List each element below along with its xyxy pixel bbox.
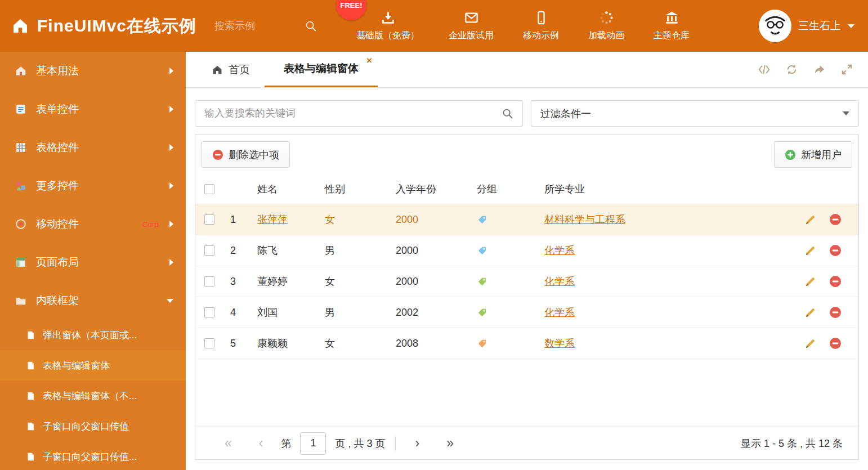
tab-label: 首页 — [229, 62, 250, 77]
app-title: FineUIMvc在线示例 — [37, 15, 196, 38]
sidebar-subitem-grid-editform-2[interactable]: 表格与编辑窗体（不... — [0, 381, 186, 411]
header-search-input[interactable] — [214, 20, 299, 32]
edit-icon[interactable] — [805, 214, 816, 225]
nav-label: 企业版试用 — [449, 30, 494, 42]
add-user-button[interactable]: 新增用户 — [774, 141, 852, 168]
table-empty-space — [195, 359, 858, 427]
nav-basic-free[interactable]: FREE! 基础版（免费） — [356, 10, 419, 42]
nav-theme-store[interactable]: 主题仓库 — [654, 10, 690, 42]
filter-dropdown-value: 过滤条件一 — [540, 107, 591, 120]
grid-search-box — [195, 100, 523, 127]
grid-search-input[interactable] — [204, 108, 502, 119]
sidebar-subitem-child-to-parent[interactable]: 子窗口向父窗口传值 — [0, 411, 186, 441]
edit-icon[interactable] — [805, 338, 816, 349]
avatar — [759, 10, 791, 42]
edit-icon[interactable] — [805, 276, 816, 287]
column-header-year: 入学年份 — [396, 182, 477, 196]
button-label: 新增用户 — [801, 148, 842, 162]
row-checkbox[interactable] — [204, 276, 214, 287]
sidebar-item-layout[interactable]: 页面布局 — [0, 243, 186, 281]
chevron-right-icon — [169, 68, 173, 74]
house-icon — [15, 65, 27, 77]
major-link[interactable]: 数学系 — [544, 338, 575, 349]
next-page-icon[interactable]: › — [401, 437, 433, 450]
page-number-input[interactable] — [300, 432, 326, 455]
grid-toolbar: 删除选中项 新增用户 — [195, 135, 858, 174]
row-name: 董婷婷 — [257, 276, 288, 287]
spinner-icon — [599, 10, 614, 25]
source-code-icon[interactable] — [758, 63, 771, 76]
sidebar-subitem-popup[interactable]: 弹出窗体（本页面或... — [0, 320, 186, 350]
sidebar-item-mobile[interactable]: 移动控件 Corp. — [0, 205, 186, 243]
delete-icon[interactable] — [829, 306, 842, 319]
row-checkbox[interactable] — [204, 245, 214, 256]
refresh-icon[interactable] — [785, 63, 798, 76]
row-checkbox[interactable] — [204, 214, 214, 225]
sidebar-item-more[interactable]: 更多控件 — [0, 167, 186, 205]
edit-icon[interactable] — [805, 245, 816, 256]
user-menu[interactable]: 三生石上 — [759, 10, 854, 42]
row-name: 刘国 — [257, 307, 278, 318]
search-icon[interactable] — [305, 20, 317, 32]
major-link[interactable]: 化学系 — [544, 307, 575, 318]
sidebar-item-label: 更多控件 — [36, 178, 160, 193]
nav-loading-anim[interactable]: 加载动画 — [588, 10, 624, 42]
row-year: 2002 — [396, 307, 477, 319]
delete-selected-button[interactable]: 删除选中项 — [202, 141, 290, 168]
delete-icon[interactable] — [829, 213, 842, 226]
last-page-icon[interactable]: » — [433, 437, 467, 450]
file-icon — [26, 452, 35, 462]
sidebar-item-form[interactable]: 表单控件 — [0, 90, 186, 128]
major-link[interactable]: 化学系 — [544, 245, 575, 256]
tab-home[interactable]: 首页 — [197, 52, 265, 87]
row-index: 3 — [230, 276, 257, 288]
mobile-icon — [534, 10, 549, 25]
major-link[interactable]: 材料科学与工程系 — [544, 214, 625, 225]
sidebar-item-basic[interactable]: 基本用法 — [0, 52, 186, 90]
share-icon[interactable] — [813, 63, 826, 76]
column-header-group: 分组 — [477, 182, 544, 196]
row-year: 2000 — [396, 276, 477, 288]
delete-icon[interactable] — [829, 337, 842, 350]
header-search — [214, 20, 317, 32]
edit-icon[interactable] — [805, 307, 816, 318]
first-page-icon[interactable]: « — [211, 437, 245, 450]
sidebar-subitem-label: 子窗口向父窗口传值... — [43, 450, 137, 463]
row-gender: 女 — [325, 337, 396, 350]
search-icon[interactable] — [502, 108, 513, 119]
record-summary: 显示 1 - 5 条 , 共 12 条 — [741, 437, 843, 450]
home-icon — [212, 64, 223, 75]
header-nav: FREE! 基础版（免费） 企业版试用 移动示例 加载动画 — [356, 10, 690, 42]
table-row: 3 董婷婷 女 2000 化学系 — [195, 266, 858, 297]
tag-icon — [477, 307, 487, 318]
nav-mobile-demo[interactable]: 移动示例 — [523, 10, 559, 42]
delete-icon[interactable] — [829, 275, 842, 288]
sidebar-item-grid[interactable]: 表格控件 — [0, 128, 186, 167]
sidebar-item-label: 基本用法 — [36, 64, 160, 78]
tag-icon — [477, 338, 487, 349]
page-prefix: 第 — [276, 437, 296, 450]
row-checkbox[interactable] — [204, 307, 214, 317]
logo[interactable]: FineUIMvc在线示例 — [11, 15, 196, 38]
nav-enterprise-trial[interactable]: 企业版试用 — [449, 10, 494, 42]
tab-label: 表格与编辑窗体 — [284, 61, 359, 76]
close-tab-icon[interactable]: × — [366, 56, 372, 65]
sidebar-item-iframe[interactable]: 内联框架 — [0, 281, 186, 320]
sidebar-subitem-child-to-parent-2[interactable]: 子窗口向父窗口传值... — [0, 441, 186, 470]
home-icon — [11, 17, 29, 35]
prev-page-icon[interactable]: ‹ — [245, 437, 277, 450]
expand-icon[interactable] — [840, 63, 853, 76]
row-checkbox[interactable] — [204, 338, 214, 348]
sidebar-subitem-grid-editform[interactable]: 表格与编辑窗体 — [0, 350, 186, 381]
filter-row: 过滤条件一 — [186, 88, 868, 127]
form-icon — [15, 103, 27, 115]
tab-bar: 首页 表格与编辑窗体 × — [186, 52, 868, 88]
select-all-checkbox[interactable] — [204, 184, 214, 194]
chevron-right-icon — [169, 144, 173, 151]
tab-grid-editform[interactable]: 表格与编辑窗体 × — [265, 52, 378, 87]
table-row: 1 张萍萍 女 2000 材料科学与工程系 — [195, 204, 858, 235]
sidebar-submenu: 弹出窗体（本页面或... 表格与编辑窗体 表格与编辑窗体（不... 子窗口向父窗… — [0, 320, 186, 470]
major-link[interactable]: 化学系 — [544, 276, 575, 287]
delete-icon[interactable] — [829, 244, 842, 257]
filter-dropdown[interactable]: 过滤条件一 — [531, 100, 859, 127]
